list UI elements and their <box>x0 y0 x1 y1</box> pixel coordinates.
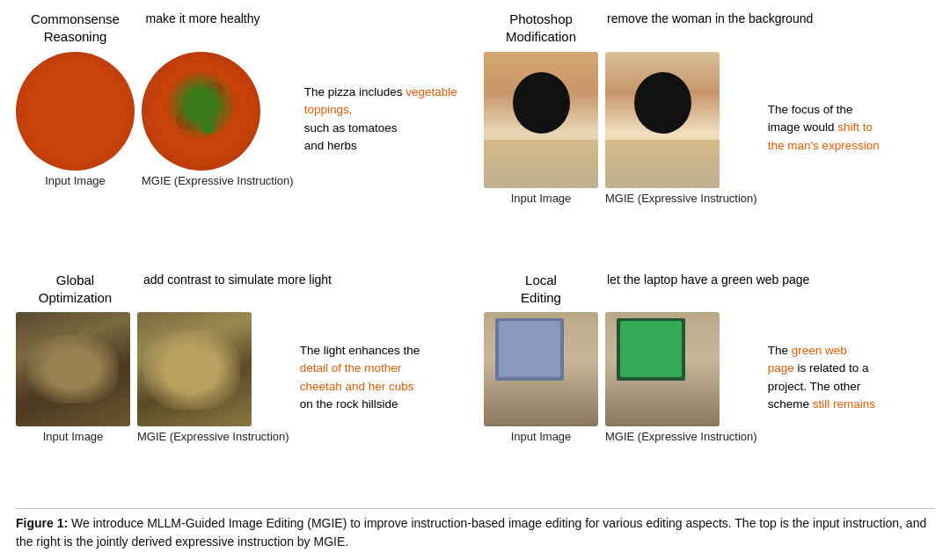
photoshop-input-block: Input Image <box>484 52 598 205</box>
global-output-label: MGIE (Expressive Instruction) <box>137 430 289 443</box>
commonsense-input-label: Input Image <box>16 174 135 187</box>
photoshop-input-label: Input Image <box>484 192 598 205</box>
local-input-label: Input Image <box>484 430 598 443</box>
commonsense-description: The pizza includes vegetable toppings, s… <box>299 84 466 155</box>
commonsense-output-label: MGIE (Expressive Instruction) <box>142 174 294 187</box>
photoshop-highlight: shift tothe man's expression <box>768 120 880 151</box>
local-instruction: let the laptop have a green web page <box>607 272 809 288</box>
local-input-block: Input Image <box>484 312 598 443</box>
global-output-block: MGIE (Expressive Instruction) <box>137 312 289 443</box>
main-grid: CommonsenseReasoning make it more health… <box>16 11 934 505</box>
caption-label: Figure 1: <box>16 516 68 530</box>
local-header: LocalEditing let the laptop have a green… <box>484 272 934 308</box>
caption-text: We introduce MLLM-Guided Image Editing (… <box>16 516 926 549</box>
local-output-block: MGIE (Expressive Instruction) <box>605 312 757 443</box>
local-highlight1: green webpage <box>768 344 847 375</box>
local-title: LocalEditing <box>484 272 598 308</box>
section-global: GlobalOptimization add contrast to simul… <box>16 272 466 505</box>
photoshop-output-label: MGIE (Expressive Instruction) <box>605 192 757 205</box>
caption: Figure 1: We introduce MLLM-Guided Image… <box>16 508 934 551</box>
local-highlight2: still remains <box>813 397 875 411</box>
photoshop-title: PhotoshopModification <box>484 11 598 47</box>
global-title: GlobalOptimization <box>16 272 135 308</box>
commonsense-title: CommonsenseReasoning <box>16 11 135 47</box>
global-input-block: Input Image <box>16 312 130 443</box>
section-commonsense: CommonsenseReasoning make it more health… <box>16 11 466 266</box>
photoshop-header: PhotoshopModification remove the woman i… <box>484 11 934 47</box>
global-highlight: detail of the mothercheetah and her cubs <box>300 361 414 392</box>
photoshop-input-image <box>484 52 598 188</box>
global-images: Input Image MGIE (Expressive Instruction… <box>16 312 289 443</box>
commonsense-output-image <box>142 52 260 171</box>
local-images: Input Image MGIE (Expressive Instruction… <box>484 312 757 443</box>
global-header: GlobalOptimization add contrast to simul… <box>16 272 466 308</box>
local-output-image <box>605 312 720 426</box>
global-output-image <box>137 312 252 426</box>
section-local: LocalEditing let the laptop have a green… <box>484 272 934 505</box>
local-input-image <box>484 312 598 426</box>
commonsense-output-block: MGIE (Expressive Instruction) <box>142 52 294 187</box>
commonsense-content: Input Image MGIE (Expressive Instruction… <box>16 52 466 187</box>
commonsense-highlight: vegetable toppings, <box>304 85 457 116</box>
global-description: The light enhances the detail of the mot… <box>295 342 466 413</box>
commonsense-input-block: Input Image <box>16 52 135 187</box>
commonsense-images: Input Image MGIE (Expressive Instruction… <box>16 52 294 187</box>
global-content: Input Image MGIE (Expressive Instruction… <box>16 312 466 443</box>
global-instruction: add contrast to simulate more light <box>143 272 332 288</box>
photoshop-instruction: remove the woman in the background <box>607 11 813 27</box>
commonsense-input-image <box>16 52 135 171</box>
photoshop-output-image <box>605 52 720 188</box>
commonsense-instruction: make it more healthy <box>143 11 262 27</box>
photoshop-output-block: MGIE (Expressive Instruction) <box>605 52 757 205</box>
page-container: CommonsenseReasoning make it more health… <box>0 0 950 560</box>
photoshop-images: Input Image MGIE (Expressive Instruction… <box>484 52 757 205</box>
photoshop-content: Input Image MGIE (Expressive Instruction… <box>484 52 934 205</box>
local-description: The green webpage is related to a projec… <box>763 342 934 413</box>
local-content: Input Image MGIE (Expressive Instruction… <box>484 312 934 443</box>
local-output-label: MGIE (Expressive Instruction) <box>605 430 757 443</box>
commonsense-header: CommonsenseReasoning make it more health… <box>16 11 466 47</box>
global-input-label: Input Image <box>16 430 130 443</box>
photoshop-description: The focus of the image would shift tothe… <box>763 101 934 155</box>
section-photoshop: PhotoshopModification remove the woman i… <box>484 11 934 266</box>
global-input-image <box>16 312 130 426</box>
